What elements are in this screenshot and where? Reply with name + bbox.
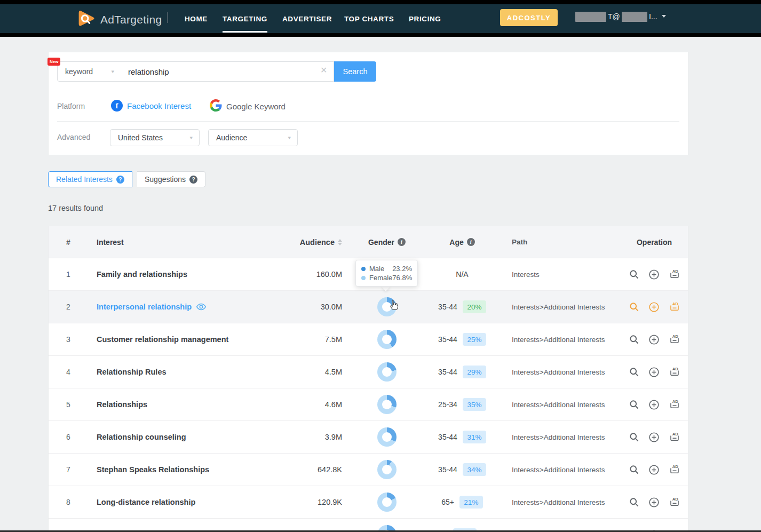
clear-input-icon[interactable]: ✕ — [320, 66, 327, 75]
search-detail-icon[interactable] — [629, 497, 639, 507]
svg-text:AD: AD — [672, 334, 678, 339]
audience-value: 120.9K — [246, 486, 342, 518]
header-audience[interactable]: Audience — [246, 226, 342, 258]
age-percent-badge: 20% — [463, 300, 486, 313]
nav-active-underline — [223, 31, 267, 33]
add-interest-icon[interactable] — [648, 497, 660, 508]
ad-preview-icon[interactable]: AD — [669, 399, 680, 410]
tab-suggestions-label: Suggestions — [145, 175, 186, 184]
sort-icon[interactable] — [338, 239, 342, 245]
audience-select[interactable]: Audience ▾ — [208, 129, 298, 146]
search-button[interactable]: Search — [334, 61, 376, 82]
interest-link[interactable]: Long-distance relationship — [97, 498, 195, 506]
help-icon[interactable]: ? — [116, 176, 124, 184]
ad-preview-icon[interactable]: AD — [669, 432, 680, 443]
age-range: 35-44 — [438, 433, 457, 441]
tab-suggestions[interactable]: Suggestions ? — [137, 171, 205, 187]
platform-google-keyword[interactable]: Google Keyword — [210, 99, 286, 113]
age-cell: 25-34 35% — [422, 388, 502, 420]
age-range: 65+ — [441, 498, 454, 506]
male-dot-icon — [361, 267, 366, 271]
interest-link[interactable]: Customer relationship management — [97, 335, 228, 344]
gender-donut-chart[interactable] — [377, 427, 397, 447]
add-interest-icon[interactable] — [648, 464, 660, 475]
age-percent-badge: 29% — [463, 366, 486, 378]
search-detail-icon[interactable] — [629, 399, 639, 410]
search-detail-icon[interactable] — [629, 269, 639, 280]
gender-donut-chart[interactable] — [377, 362, 397, 382]
nav-item-targeting[interactable]: TARGETING — [223, 4, 267, 33]
ad-preview-icon[interactable]: AD — [669, 334, 680, 345]
country-select[interactable]: United States ▾ — [110, 129, 200, 146]
interest-link[interactable]: Stephan Speaks Relationships — [97, 465, 209, 474]
adcostly-button[interactable]: ADCOSTLY — [500, 9, 558, 26]
table-row: 6 Relationship counseling 3.9M 35-44 31%… — [49, 421, 688, 454]
add-interest-icon[interactable] — [648, 367, 660, 378]
search-detail-icon[interactable] — [629, 301, 639, 312]
ad-preview-icon[interactable]: AD — [669, 301, 680, 313]
add-interest-icon[interactable] — [648, 269, 660, 280]
gender-donut-chart[interactable] — [377, 330, 397, 349]
interest-cell: Stephan Speaks Relationships — [97, 454, 257, 486]
tab-related-interests[interactable]: Related Interests ? — [48, 171, 132, 187]
search-detail-icon[interactable] — [629, 367, 639, 377]
interest-link[interactable]: Relationship Rules — [97, 368, 167, 376]
svg-text:AD: AD — [672, 367, 678, 371]
female-label: Female — [369, 274, 392, 282]
path-value: Interests>Additional Interests — [512, 421, 624, 453]
row-number: 1 — [66, 258, 88, 290]
user-email-redacted-2 — [622, 12, 647, 22]
chevron-down-icon: ▾ — [189, 135, 193, 140]
female-dot-icon — [361, 276, 366, 280]
user-email-redacted-1 — [575, 12, 606, 22]
add-interest-icon[interactable] — [648, 399, 660, 410]
interest-link[interactable]: Family and relationships — [97, 270, 187, 279]
svg-text:AD: AD — [672, 301, 678, 306]
search-detail-icon[interactable] — [629, 464, 639, 475]
gender-donut-chart[interactable] — [377, 395, 397, 414]
search-input[interactable] — [121, 61, 334, 82]
nav-item-home[interactable]: HOME — [185, 4, 208, 33]
audience-value: 160.0M — [246, 258, 342, 290]
ad-preview-icon[interactable]: AD — [669, 464, 680, 475]
header-age: Age i — [422, 226, 502, 258]
interest-link[interactable]: Relationships — [97, 400, 147, 409]
age-cell: 35-44 25% — [422, 323, 502, 355]
eye-icon[interactable] — [196, 301, 207, 312]
age-range: 35-44 — [438, 335, 457, 344]
user-menu-caret-icon[interactable] — [662, 15, 666, 18]
operation-cell: AD — [628, 356, 681, 388]
help-icon[interactable]: ? — [189, 176, 197, 184]
add-interest-icon[interactable] — [648, 301, 660, 313]
chevron-down-icon: ▾ — [111, 69, 114, 74]
nav-item-top-charts[interactable]: TOP CHARTS — [344, 4, 394, 33]
ad-preview-icon[interactable]: AD — [669, 367, 680, 378]
ad-preview-icon[interactable]: AD — [669, 497, 680, 508]
search-detail-icon[interactable] — [629, 432, 639, 442]
interest-link[interactable]: Interpersonal relationship — [97, 303, 192, 311]
audience-value: 7.5M — [246, 323, 342, 355]
gender-donut-chart[interactable] — [377, 460, 397, 479]
gender-donut-chart[interactable] — [377, 493, 397, 512]
nav-item-pricing[interactable]: PRICING — [409, 4, 441, 33]
info-icon[interactable]: i — [398, 238, 406, 246]
path-value: Interests>Additional Interests — [512, 356, 624, 388]
interest-link[interactable]: Relationship counseling — [97, 433, 186, 441]
keyword-type-select[interactable]: keyword ▾ — [57, 61, 121, 82]
header-audience-label: Audience — [300, 238, 335, 247]
info-icon[interactable]: i — [467, 238, 475, 246]
brand-logo[interactable]: AdTargeting — [76, 9, 162, 30]
gender-donut-chart[interactable] — [377, 297, 397, 316]
ad-preview-icon[interactable]: AD — [669, 269, 680, 280]
interest-cell: Long-distance relationship — [97, 486, 257, 518]
nav-item-advertiser[interactable]: ADVERTISER — [282, 4, 332, 33]
search-detail-icon[interactable] — [629, 334, 639, 345]
interest-cell: Relationship Rules — [97, 356, 257, 388]
row-number: 6 — [66, 421, 88, 453]
platform-facebook-interest[interactable]: f Facebook Interest — [111, 100, 191, 112]
add-interest-icon[interactable] — [648, 432, 660, 443]
user-email-visible-2: I... — [649, 12, 657, 21]
adtargeting-logo-icon — [76, 9, 96, 30]
add-interest-icon[interactable] — [648, 334, 660, 345]
operation-cell: AD — [628, 421, 681, 453]
